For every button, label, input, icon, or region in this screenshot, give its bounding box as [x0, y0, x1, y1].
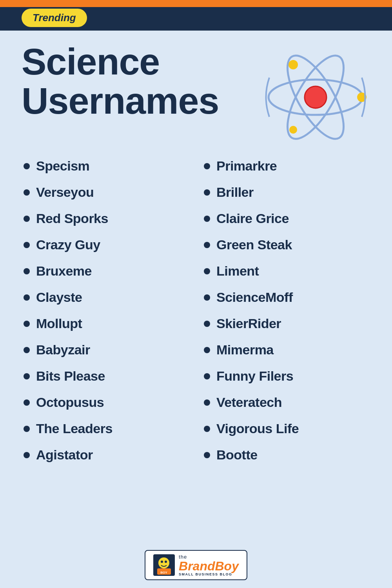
page-title: Science Usernames	[22, 42, 219, 121]
content-area: Specism Verseyou Red Sporks Crazy Guy Br…	[0, 153, 392, 468]
item-label: Bits Please	[36, 368, 105, 384]
bullet-icon	[24, 163, 30, 169]
item-label: Veteratech	[216, 395, 282, 410]
item-label: Bruxeme	[36, 263, 92, 279]
bullet-icon	[24, 426, 30, 432]
item-label: Primarkre	[216, 158, 277, 174]
list-item: SkierRider	[196, 310, 376, 337]
bullet-icon	[204, 399, 210, 406]
item-label: The Leaders	[36, 421, 113, 436]
list-item: Babyzair	[16, 337, 196, 363]
list-item: Bootte	[196, 442, 376, 468]
bullet-icon	[204, 163, 210, 169]
bullet-icon	[204, 452, 210, 458]
list-item: Green Steak	[196, 232, 376, 258]
list-item: Clayste	[16, 284, 196, 310]
bullet-icon	[24, 294, 30, 301]
item-label: ScienceMoff	[216, 290, 293, 305]
footer: BOY the BrandBoy SMALL BUSINESS BLOG	[0, 550, 392, 580]
item-label: Babyzair	[36, 342, 90, 358]
left-column: Specism Verseyou Red Sporks Crazy Guy Br…	[16, 153, 196, 468]
brand-logo: BOY the BrandBoy SMALL BUSINESS BLOG	[145, 550, 247, 580]
bullet-icon	[24, 216, 30, 222]
list-item: Specism	[16, 153, 196, 179]
item-label: Briller	[216, 185, 254, 200]
item-label: Mimerma	[216, 342, 274, 358]
bullet-icon	[204, 242, 210, 248]
item-label: Liment	[216, 263, 259, 279]
item-label: Funny Filers	[216, 368, 293, 384]
brand-text: the BrandBoy SMALL BUSINESS BLOG	[179, 554, 239, 576]
item-label: Clayste	[36, 290, 82, 305]
svg-point-10	[165, 561, 167, 563]
bullet-icon	[204, 216, 210, 222]
list-item: Veteratech	[196, 389, 376, 416]
svg-point-6	[289, 126, 297, 134]
bullet-icon	[24, 399, 30, 406]
item-label: Red Sporks	[36, 211, 108, 226]
list-item: Vigorous Life	[196, 416, 376, 442]
bullet-icon	[24, 242, 30, 248]
bullet-icon	[204, 294, 210, 301]
header-section: Science Usernames	[0, 31, 392, 156]
item-label: Crazy Guy	[36, 237, 100, 252]
bullet-icon	[204, 268, 210, 274]
list-item: Funny Filers	[196, 363, 376, 389]
item-label: Bootte	[216, 447, 258, 463]
list-item: Red Sporks	[16, 205, 196, 232]
bullet-icon	[204, 426, 210, 432]
brand-tagline: SMALL BUSINESS BLOG	[179, 572, 232, 576]
list-item: Liment	[196, 258, 376, 284]
list-item: The Leaders	[16, 416, 196, 442]
item-label: Claire Grice	[216, 211, 289, 226]
list-item: Bruxeme	[16, 258, 196, 284]
list-item: Agistator	[16, 442, 196, 468]
item-label: Vigorous Life	[216, 421, 299, 436]
bullet-icon	[24, 373, 30, 379]
bullet-icon	[24, 347, 30, 353]
list-item: Verseyou	[16, 179, 196, 205]
right-column: Primarkre Briller Claire Grice Green Ste…	[196, 153, 376, 468]
list-item: Octopusus	[16, 389, 196, 416]
item-label: SkierRider	[216, 316, 281, 331]
orange-bar	[0, 0, 392, 7]
bullet-icon	[24, 268, 30, 274]
item-label: Octopusus	[36, 395, 104, 410]
svg-text:BOY: BOY	[160, 571, 167, 574]
list-item: ScienceMoff	[196, 284, 376, 310]
svg-point-9	[161, 561, 163, 563]
bullet-icon	[24, 189, 30, 196]
list-item: Claire Grice	[196, 205, 376, 232]
bullet-icon	[204, 373, 210, 379]
item-label: Verseyou	[36, 185, 94, 200]
list-item: Briller	[196, 179, 376, 205]
list-item: Bits Please	[16, 363, 196, 389]
bullet-icon	[204, 347, 210, 353]
trending-badge: Trending	[22, 9, 87, 27]
item-label: Agistator	[36, 447, 93, 463]
bullet-icon	[24, 321, 30, 327]
bullet-icon	[204, 321, 210, 327]
list-item: Primarkre	[196, 153, 376, 179]
list-item: Crazy Guy	[16, 232, 196, 258]
atom-icon	[261, 46, 370, 148]
list-item: Mollupt	[16, 310, 196, 337]
bullet-icon	[24, 452, 30, 458]
bullet-icon	[204, 189, 210, 196]
svg-point-5	[289, 60, 298, 69]
list-item: Mimerma	[196, 337, 376, 363]
item-label: Mollupt	[36, 316, 82, 331]
item-label: Specism	[36, 158, 89, 174]
brand-name: BrandBoy	[179, 560, 239, 572]
svg-point-3	[305, 86, 327, 108]
brand-mascot-icon: BOY	[153, 554, 175, 576]
item-label: Green Steak	[216, 237, 292, 252]
